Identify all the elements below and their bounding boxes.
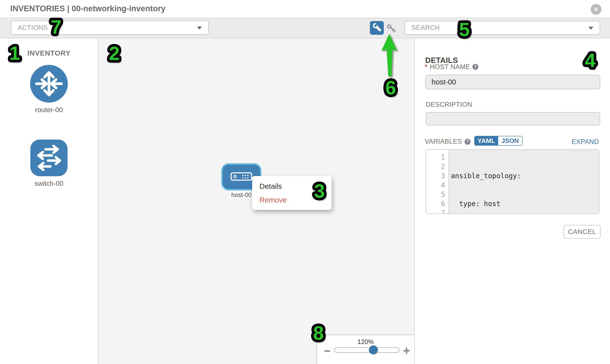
close-icon[interactable]: ✕: [591, 4, 601, 15]
key-button[interactable]: [387, 24, 398, 33]
host-name-input[interactable]: [425, 75, 600, 89]
description-label: DESCRIPTION: [426, 101, 472, 108]
code-line: ansible_topology:: [451, 171, 599, 181]
description-input[interactable]: [426, 112, 600, 126]
variables-code-editor: 1 2 3 4 5 6 7 ansible_topology: type: ho…: [426, 149, 599, 214]
variables-label: VARIABLES: [425, 138, 462, 145]
zoom-control-panel: 120%: [316, 335, 414, 364]
toolbar-tools-button[interactable]: [370, 21, 384, 35]
context-menu-item-remove[interactable]: Remove: [252, 193, 331, 207]
json-toggle-button[interactable]: JSON: [498, 136, 522, 145]
zoom-slider-thumb[interactable]: [369, 345, 378, 354]
device-label: switch-00: [35, 180, 63, 187]
details-panel: DETAILS * HOST NAME ? DESCRIPTION VARIAB…: [415, 39, 610, 364]
server-icon: [231, 172, 252, 182]
yaml-toggle-button[interactable]: YAML: [475, 136, 498, 145]
zoom-out-minus-icon[interactable]: [324, 350, 330, 352]
inventory-panel: INVENTORY router-00: [0, 39, 98, 364]
variables-format-toggle: YAML JSON: [474, 136, 523, 146]
cancel-button[interactable]: CANCEL: [563, 225, 601, 239]
variables-label-row: VARIABLES ?: [425, 138, 470, 145]
context-menu: Details Remove: [252, 176, 331, 210]
expand-link[interactable]: EXPAND: [571, 138, 599, 146]
host-node-label: host-00: [230, 191, 253, 198]
zoom-level-label: 120%: [317, 338, 414, 346]
zoom-slider-track[interactable]: [334, 347, 400, 353]
inventory-topology-page: INVENTORIES | 00-networking-inventory ✕ …: [0, 0, 610, 364]
host-name-label: HOST NAME: [430, 63, 470, 71]
key-icon: [387, 30, 398, 34]
code-content[interactable]: ansible_topology: type: host name: host-…: [449, 150, 599, 213]
device-label: router-00: [35, 106, 63, 114]
inventory-panel-header: INVENTORY: [0, 49, 98, 57]
toolbar: ACTIONS SEARCH: [0, 18, 610, 39]
search-dropdown[interactable]: SEARCH: [405, 21, 600, 35]
code-line-numbers: 1 2 3 4 5 6 7: [426, 150, 449, 213]
actions-dropdown[interactable]: ACTIONS: [11, 21, 209, 35]
chevron-down-icon: [197, 26, 202, 30]
device-item-router[interactable]: router-00: [0, 65, 98, 114]
code-line: type: host: [451, 199, 599, 208]
zoom-in-plus-icon[interactable]: [403, 348, 410, 354]
question-icon[interactable]: ?: [465, 139, 470, 145]
page-title: INVENTORIES | 00-networking-inventory: [10, 4, 166, 13]
title-bar: INVENTORIES | 00-networking-inventory ✕: [0, 0, 610, 18]
host-name-label-row: * HOST NAME ?: [425, 63, 478, 71]
wrench-icon: [372, 22, 382, 34]
required-asterisk: *: [425, 63, 427, 71]
search-dropdown-label: SEARCH: [412, 24, 440, 32]
context-menu-item-details[interactable]: Details: [252, 180, 331, 193]
device-item-switch[interactable]: switch-00: [0, 140, 98, 187]
question-icon[interactable]: ?: [472, 64, 478, 70]
switch-icon: [30, 140, 67, 177]
actions-dropdown-label: ACTIONS: [18, 24, 48, 32]
topology-canvas[interactable]: host-00 Details Remove 120%: [98, 39, 414, 364]
router-icon: [30, 65, 68, 104]
chevron-down-icon: [588, 27, 593, 30]
